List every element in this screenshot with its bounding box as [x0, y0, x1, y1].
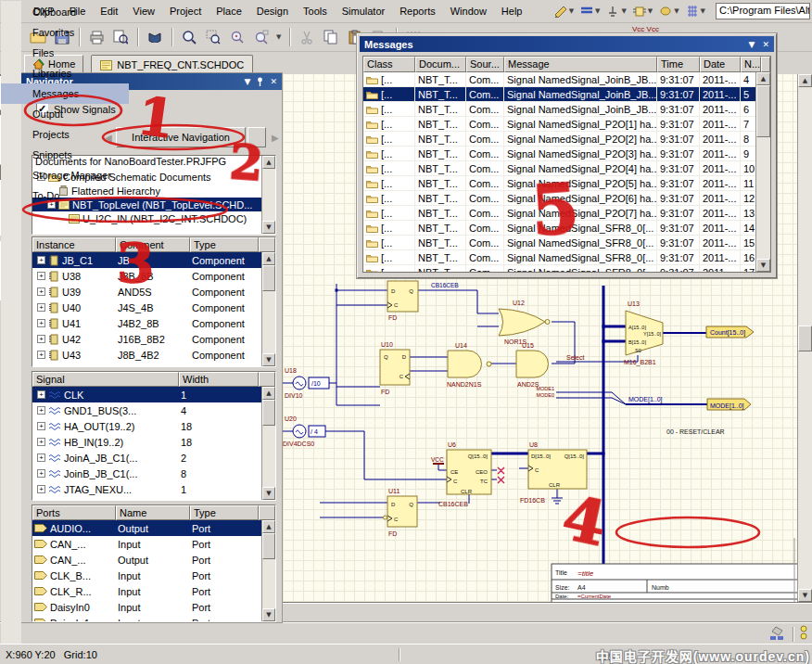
- scroll-down-icon[interactable]: ▼: [798, 589, 812, 602]
- message-row[interactable]: [...NBT_T...Com...Signal NamedSignal_P2O…: [363, 147, 755, 161]
- close-icon[interactable]: ✕: [762, 40, 769, 49]
- column-header[interactable]: Comment: [116, 237, 190, 252]
- zoom-area-icon[interactable]: [203, 27, 223, 47]
- message-row[interactable]: [...NBT_T...Com...Signal NamedSignal_SFR…: [363, 265, 755, 272]
- port-row[interactable]: CLK_B...InputPort: [32, 568, 275, 583]
- port-row[interactable]: CAN_...InputPort: [32, 536, 275, 552]
- power-port-icon[interactable]: ▼: [604, 2, 628, 20]
- expander-icon[interactable]: +: [37, 469, 45, 478]
- message-row[interactable]: [...NBT_T...Com...Signal NamedSignal_P2O…: [363, 191, 755, 206]
- menu-reports[interactable]: Reports: [392, 3, 443, 19]
- port-row[interactable]: DaisyIn1InputPort: [32, 615, 275, 622]
- eraser-tool-icon[interactable]: [767, 625, 787, 643]
- instance-row[interactable]: +U42J16B_8B2Component: [32, 331, 275, 347]
- interactive-navigation-button[interactable]: Interactive Navigation: [116, 127, 246, 147]
- signal-row[interactable]: +HA_OUT(19..2)18: [32, 418, 275, 434]
- column-header[interactable]: Signal: [32, 372, 179, 387]
- scroll-up-icon[interactable]: ▲: [798, 74, 812, 87]
- port-row[interactable]: AUDIO...OutputPort: [32, 520, 275, 536]
- column-header[interactable]: Sour...: [466, 57, 504, 72]
- expander-icon[interactable]: +: [37, 287, 45, 296]
- port-row[interactable]: DaisyIn0InputPort: [32, 599, 275, 615]
- column-header[interactable]: Name: [116, 505, 190, 520]
- copy-icon[interactable]: [321, 27, 341, 47]
- menu-simulator[interactable]: Simulator: [335, 3, 392, 19]
- expander-icon[interactable]: +: [37, 422, 45, 430]
- instance-row[interactable]: +JB_C1JBComponent: [32, 252, 275, 268]
- expander-icon[interactable]: +: [37, 390, 45, 399]
- expander-icon[interactable]: +: [37, 303, 45, 312]
- pin-icon[interactable]: [256, 77, 264, 86]
- scroll-down-icon[interactable]: ▼: [262, 221, 275, 234]
- column-header[interactable]: Instance: [32, 237, 116, 252]
- menu-place[interactable]: Place: [209, 3, 249, 19]
- message-row[interactable]: [...NBT_T...Com...Signal NamedSignal_Joi…: [363, 87, 755, 102]
- signal-row[interactable]: +HB_IN(19..2)18: [32, 434, 275, 450]
- message-row[interactable]: [...NBT_T...Com...Signal NamedSignal_P2O…: [363, 132, 755, 147]
- column-header[interactable]: Class: [363, 57, 415, 72]
- cut-icon[interactable]: [297, 27, 317, 47]
- panel-menu-icon[interactable]: ▼: [245, 77, 251, 86]
- scroll-up-icon[interactable]: ▲: [262, 252, 275, 265]
- instance-row[interactable]: +U43J8B_4B2Component: [32, 347, 275, 363]
- zoom-fit-icon[interactable]: [179, 27, 199, 47]
- message-row[interactable]: [...NBT_T...Com...Signal NamedSignal_P2O…: [363, 117, 755, 132]
- port-row[interactable]: CLK_R...InputPort: [32, 583, 275, 599]
- messages-title-bar[interactable]: Messages ▼ ✕: [360, 36, 774, 52]
- column-header[interactable]: Width: [179, 372, 259, 387]
- context-menu-item-favorites[interactable]: Favorites: [1, 22, 129, 43]
- scroll-thumb[interactable]: [756, 85, 770, 137]
- ports-scrollbar[interactable]: ▲ ▼: [261, 520, 275, 621]
- close-icon[interactable]: ✕: [270, 77, 277, 86]
- context-menu-item-files[interactable]: Files: [1, 43, 129, 63]
- signal-row[interactable]: +JoinB_JB_C1(...8: [32, 466, 275, 481]
- instance-row[interactable]: +U41J4B2_8BComponent: [32, 315, 275, 331]
- signal-row[interactable]: +GND1_BUS(3...4: [32, 402, 275, 418]
- message-row[interactable]: [...NBT_T...Com...Signal NamedSignal_SFR…: [363, 221, 755, 236]
- part-icon[interactable]: ▼: [631, 2, 655, 20]
- scroll-up-icon[interactable]: ▲: [262, 156, 275, 169]
- context-menu-item-snippets[interactable]: Snippets: [1, 145, 129, 165]
- signal-row[interactable]: +JoinA_JB_C1(...2: [32, 450, 275, 466]
- expander-icon[interactable]: +: [37, 335, 45, 343]
- column-header[interactable]: N...: [741, 57, 761, 72]
- context-menu-item-to-do[interactable]: To-Do: [1, 185, 129, 206]
- context-menu-item-messages[interactable]: Messages: [1, 83, 129, 104]
- wiring-tool-icon[interactable]: ▼: [552, 2, 577, 20]
- signal-row[interactable]: +JTAG_NEXU...1: [32, 481, 275, 497]
- menu-help[interactable]: Help: [494, 3, 530, 19]
- context-menu-item-storage-manager[interactable]: Storage Manager: [1, 165, 129, 185]
- signal-scrollbar[interactable]: ▲ ▼: [261, 387, 275, 500]
- column-header[interactable]: Date: [700, 57, 741, 72]
- messages-scrollbar[interactable]: ▲ ▼: [755, 72, 770, 272]
- context-menu-item-projects[interactable]: Projects: [1, 124, 129, 145]
- context-menu-item-output[interactable]: Output: [1, 104, 129, 124]
- expander-icon[interactable]: +: [37, 406, 45, 415]
- menu-tools[interactable]: Tools: [296, 3, 335, 19]
- nav-forward-icon[interactable]: ▶: [272, 133, 279, 143]
- expander-icon[interactable]: +: [37, 453, 45, 462]
- tree-item[interactable]: U_I2C_IN (NBT_I2C_INT.SCHDOC): [32, 211, 275, 225]
- path-combobox[interactable]: C:\Program Files\Alti: [716, 3, 810, 19]
- column-header[interactable]: Type: [190, 505, 259, 520]
- column-header[interactable]: Time: [657, 57, 700, 72]
- scroll-up-icon[interactable]: ▲: [756, 72, 770, 85]
- message-row[interactable]: [...NBT_T...Com...Signal NamedSignal_Joi…: [363, 102, 755, 117]
- expander-icon[interactable]: +: [37, 485, 45, 493]
- column-header[interactable]: Ports: [32, 505, 116, 520]
- menu-view[interactable]: View: [125, 3, 162, 19]
- dots-tool-icon[interactable]: [799, 625, 808, 643]
- menu-window[interactable]: Window: [443, 3, 494, 19]
- column-header[interactable]: Message: [504, 57, 657, 72]
- schematic-vertical-scrollbar[interactable]: ▲ ▼: [797, 74, 812, 602]
- menu-design[interactable]: Design: [249, 3, 296, 19]
- navigation-extra-button[interactable]: [247, 127, 266, 147]
- context-menu-item-clipboard[interactable]: Clipboard: [1, 2, 129, 22]
- message-row[interactable]: [...NBT_T...Com...Signal NamedSignal_SFR…: [363, 250, 755, 265]
- tree-scrollbar[interactable]: ▲ ▼: [261, 156, 275, 234]
- message-row[interactable]: [...NBT_T...Com...Signal NamedSignal_SFR…: [363, 236, 755, 250]
- column-header[interactable]: Docum...: [415, 57, 466, 72]
- panel-menu-icon[interactable]: ▼: [749, 40, 755, 49]
- scroll-down-icon[interactable]: ▼: [262, 487, 275, 500]
- expander-icon[interactable]: +: [37, 256, 45, 264]
